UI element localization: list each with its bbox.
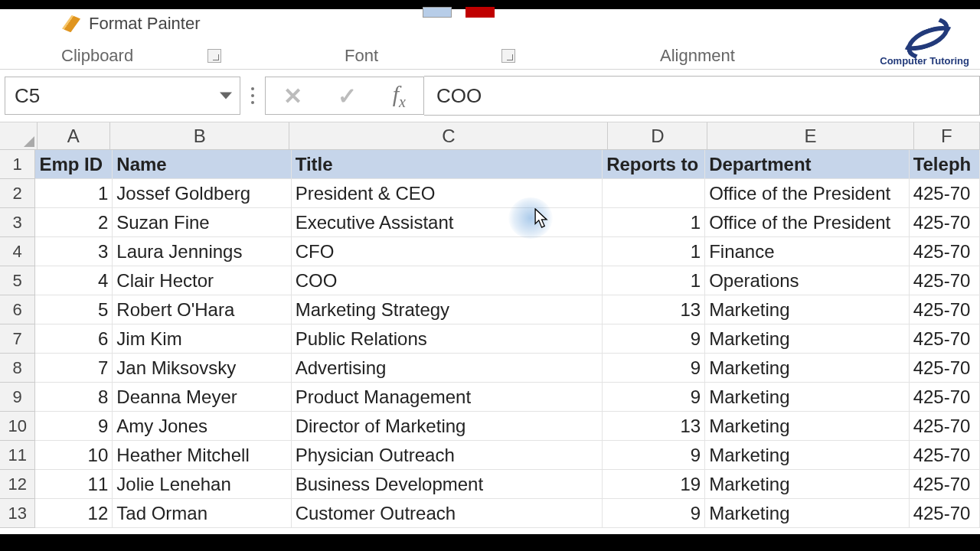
row-header[interactable]: 13 xyxy=(0,499,35,528)
col-header-C[interactable]: C xyxy=(289,122,608,150)
cell[interactable]: 425-70 xyxy=(910,179,980,208)
cell[interactable]: Title xyxy=(292,150,603,179)
cell[interactable]: 9 xyxy=(35,412,113,441)
cell[interactable]: Office of the President xyxy=(705,179,909,208)
cell[interactable]: Jan Miksovsky xyxy=(113,354,291,383)
cell[interactable]: 13 xyxy=(603,412,705,441)
name-box[interactable]: C5 xyxy=(5,77,240,115)
cell[interactable]: Teleph xyxy=(910,150,980,179)
row-header[interactable]: 1 xyxy=(0,150,35,179)
cell[interactable]: COO xyxy=(292,266,603,295)
font-launcher-icon[interactable] xyxy=(501,49,515,63)
cell[interactable]: Physician Outreach xyxy=(292,441,603,470)
cell[interactable]: Jossef Goldberg xyxy=(113,179,291,208)
cell[interactable]: Name xyxy=(113,150,291,179)
row-header[interactable]: 11 xyxy=(0,441,35,470)
col-header-B[interactable]: B xyxy=(110,122,289,150)
cell[interactable]: Marketing Strategy xyxy=(292,295,603,324)
cell[interactable] xyxy=(603,179,705,208)
formula-input[interactable] xyxy=(424,76,980,116)
cell[interactable]: Marketing xyxy=(705,383,909,412)
cell[interactable]: Director of Marketing xyxy=(292,412,603,441)
cell[interactable]: 425-70 xyxy=(910,499,980,528)
cell[interactable]: Heather Mitchell xyxy=(113,441,291,470)
cell[interactable]: Marketing xyxy=(705,499,909,528)
cell[interactable]: 19 xyxy=(603,470,705,499)
cell[interactable]: Marketing xyxy=(705,412,909,441)
cell[interactable]: 10 xyxy=(35,441,113,470)
cell[interactable]: 11 xyxy=(35,470,113,499)
cell[interactable]: Reports to xyxy=(603,150,705,179)
enter-icon[interactable]: ✓ xyxy=(338,83,357,109)
cell[interactable]: 425-70 xyxy=(910,470,980,499)
cell[interactable]: Customer Outreach xyxy=(292,499,603,528)
cell[interactable]: 425-70 xyxy=(910,237,980,266)
cell[interactable]: Executive Assistant xyxy=(292,208,603,237)
row-header[interactable]: 5 xyxy=(0,266,35,295)
fx-icon[interactable]: fx xyxy=(393,81,406,111)
row-header[interactable]: 7 xyxy=(0,324,35,354)
cell[interactable]: Deanna Meyer xyxy=(113,383,291,412)
col-header-E[interactable]: E xyxy=(707,122,913,150)
cell[interactable]: 13 xyxy=(603,295,705,324)
col-header-D[interactable]: D xyxy=(608,122,707,150)
cell[interactable]: Tad Orman xyxy=(113,499,291,528)
col-header-A[interactable]: A xyxy=(38,122,110,150)
cell[interactable]: 7 xyxy=(35,354,113,383)
font-color-swatch[interactable] xyxy=(466,7,495,18)
cell[interactable]: Robert O'Hara xyxy=(113,295,291,324)
cell[interactable]: Office of the President xyxy=(705,208,909,237)
row-header[interactable]: 3 xyxy=(0,208,35,237)
cell[interactable]: Clair Hector xyxy=(113,266,291,295)
cell[interactable]: Jim Kim xyxy=(113,324,291,354)
clipboard-launcher-icon[interactable] xyxy=(207,49,221,63)
cell[interactable]: 5 xyxy=(35,295,113,324)
cell[interactable]: Laura Jennings xyxy=(113,237,291,266)
cell[interactable]: 1 xyxy=(603,266,705,295)
row-header[interactable]: 9 xyxy=(0,383,35,412)
cancel-icon[interactable]: ✕ xyxy=(283,83,302,109)
row-header[interactable]: 4 xyxy=(0,237,35,266)
row-header[interactable]: 12 xyxy=(0,470,35,499)
cell[interactable]: Finance xyxy=(705,237,909,266)
cell[interactable]: Marketing xyxy=(705,441,909,470)
cell[interactable]: 425-70 xyxy=(910,295,980,324)
cell[interactable]: Marketing xyxy=(705,470,909,499)
cell[interactable]: 425-70 xyxy=(910,324,980,354)
cell[interactable]: Advertising xyxy=(292,354,603,383)
cell[interactable]: Amy Jones xyxy=(113,412,291,441)
cell[interactable]: 9 xyxy=(603,441,705,470)
cell[interactable]: 425-70 xyxy=(910,412,980,441)
cell[interactable]: President & CEO xyxy=(292,179,603,208)
cell[interactable]: Emp ID xyxy=(35,150,113,179)
cell[interactable]: Operations xyxy=(705,266,909,295)
cell[interactable]: 9 xyxy=(603,324,705,354)
cell[interactable]: Public Relations xyxy=(292,324,603,354)
cell[interactable]: 9 xyxy=(603,383,705,412)
cell[interactable]: 8 xyxy=(35,383,113,412)
row-header[interactable]: 8 xyxy=(0,354,35,383)
cell[interactable]: Suzan Fine xyxy=(113,208,291,237)
cell[interactable]: 425-70 xyxy=(910,441,980,470)
cell[interactable]: Department xyxy=(705,150,909,179)
cell[interactable]: 425-70 xyxy=(910,266,980,295)
format-painter-button[interactable]: Format Painter xyxy=(61,14,201,34)
select-all-corner[interactable] xyxy=(0,122,38,150)
cell[interactable]: 425-70 xyxy=(910,208,980,237)
cell[interactable]: 4 xyxy=(35,266,113,295)
cell[interactable]: 2 xyxy=(35,208,113,237)
cell[interactable]: CFO xyxy=(292,237,603,266)
cell[interactable]: 9 xyxy=(603,499,705,528)
cell[interactable]: 6 xyxy=(35,324,113,354)
cell[interactable]: 9 xyxy=(603,354,705,383)
cell[interactable]: 1 xyxy=(35,179,113,208)
cell[interactable]: Product Management xyxy=(292,383,603,412)
cell[interactable]: 3 xyxy=(35,237,113,266)
cell[interactable]: 12 xyxy=(35,499,113,528)
chevron-down-icon[interactable] xyxy=(220,93,232,99)
cell[interactable]: Marketing xyxy=(705,295,909,324)
row-header[interactable]: 2 xyxy=(0,179,35,208)
cell[interactable]: Jolie Lenehan xyxy=(113,470,291,499)
formula-bar-handle[interactable] xyxy=(251,87,254,104)
cell[interactable]: 425-70 xyxy=(910,383,980,412)
